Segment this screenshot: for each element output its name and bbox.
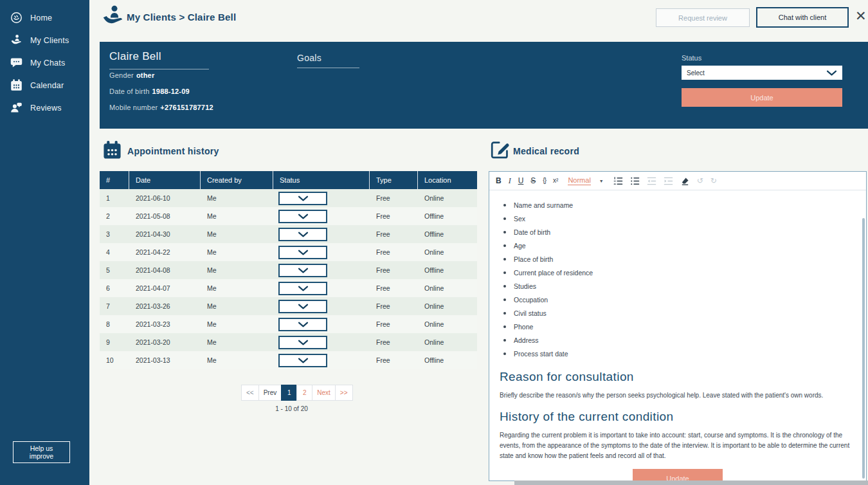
appointment-status-select[interactable] <box>278 264 327 277</box>
row-date: 2021-04-30 <box>129 230 201 238</box>
pagination-last-button[interactable]: >> <box>335 385 353 401</box>
editor-content[interactable]: Name and surname Sex Date of birth Age P… <box>489 190 866 485</box>
row-date: 2021-03-23 <box>129 320 201 328</box>
undo-button[interactable]: ↺ <box>697 177 703 185</box>
status-select[interactable]: Select <box>682 66 842 80</box>
appointment-status-select[interactable] <box>278 228 327 241</box>
app-root: Home My Clients My Chats <box>0 0 868 485</box>
chat-with-client-button[interactable]: Chat with client <box>756 7 849 28</box>
appointment-status-select[interactable] <box>278 192 327 205</box>
home-icon <box>10 11 23 24</box>
row-location: Offline <box>418 230 477 238</box>
row-date: 2021-04-07 <box>129 284 201 292</box>
sidebar-item-my-chats[interactable]: My Chats <box>0 51 89 74</box>
row-number: 9 <box>100 338 129 346</box>
row-type: Free <box>370 230 418 238</box>
appointment-history-title: Appointment history <box>127 146 219 156</box>
row-number: 4 <box>100 248 129 256</box>
medical-bullet-item: Studies <box>500 280 856 293</box>
superscript-button[interactable]: x² <box>553 178 558 184</box>
table-row: 2 2021-05-08 Me Free Offline <box>100 207 477 225</box>
row-created-by: Me <box>201 266 273 274</box>
appointment-status-select[interactable] <box>278 354 327 367</box>
tab-goals[interactable]: Goals <box>297 53 359 68</box>
pagination-next-button[interactable]: Next <box>312 385 336 401</box>
appointment-status-select[interactable] <box>278 246 327 259</box>
ordered-list-button[interactable] <box>613 176 623 186</box>
row-number: 2 <box>100 212 129 220</box>
sidebar-item-home[interactable]: Home <box>0 6 89 29</box>
pagination-prev-button[interactable]: Prev <box>258 385 282 401</box>
row-type: Free <box>370 266 418 274</box>
chevron-down-icon <box>298 250 309 255</box>
appointment-table-header: # Date Created by Status Type Location <box>100 171 477 189</box>
row-type: Free <box>370 320 418 328</box>
code-button[interactable]: {} <box>543 178 546 184</box>
pagination-page-1[interactable]: 1 <box>281 385 297 401</box>
indent-button[interactable] <box>664 176 673 186</box>
row-created-by: Me <box>201 194 273 202</box>
row-type: Free <box>370 338 418 346</box>
row-date: 2021-03-20 <box>129 338 201 346</box>
chevron-down-icon <box>298 358 309 363</box>
medical-bullet-item: Occupation <box>500 293 856 307</box>
underline-button[interactable]: U <box>518 177 524 185</box>
row-date: 2021-05-08 <box>129 212 201 220</box>
strikethrough-button[interactable]: S <box>530 177 536 185</box>
appointment-status-select[interactable] <box>278 210 327 223</box>
format-dropdown[interactable]: Normal ▼ <box>568 176 603 185</box>
appointment-status-select[interactable] <box>278 318 327 331</box>
appointment-status-select[interactable] <box>278 300 327 313</box>
redo-button[interactable]: ↻ <box>710 177 717 185</box>
bold-button[interactable]: B <box>496 177 502 185</box>
date-of-birth-field: Date of birth1988-12-09 <box>109 87 190 95</box>
request-review-button[interactable]: Request review <box>656 8 750 27</box>
client-breadcrumb-icon <box>100 3 126 32</box>
table-row: 6 2021-04-07 Me Free Online <box>100 279 477 297</box>
row-location: Offline <box>418 266 477 274</box>
sidebar-item-calendar[interactable]: Calendar <box>0 74 89 96</box>
chevron-down-icon <box>298 304 309 309</box>
sidebar-item-label: My Clients <box>30 36 69 45</box>
horizontal-scrollbar[interactable] <box>514 480 868 485</box>
row-number: 5 <box>100 266 129 274</box>
bullet-list-button[interactable] <box>630 176 640 186</box>
status-update-button[interactable]: Update <box>682 88 842 107</box>
chevron-down-icon <box>826 70 837 76</box>
sidebar-item-my-clients[interactable]: My Clients <box>0 29 89 51</box>
table-row: 9 2021-03-20 Me Free Online <box>100 333 477 351</box>
appointment-status-select[interactable] <box>278 336 327 349</box>
chevron-down-icon <box>298 214 309 219</box>
tab-client-name[interactable]: Claire Bell <box>109 50 209 69</box>
row-number: 8 <box>100 320 129 328</box>
table-row: 8 2021-03-23 Me Free Online <box>100 315 477 333</box>
editor-vertical-scrollbar[interactable] <box>862 218 865 479</box>
row-date: 2021-04-22 <box>129 248 201 256</box>
table-row: 5 2021-04-08 Me Free Offline <box>100 261 477 279</box>
sidebar-item-reviews[interactable]: Reviews <box>0 96 89 119</box>
row-type: Free <box>370 356 418 364</box>
clients-icon <box>10 33 23 47</box>
row-type: Free <box>370 302 418 310</box>
appointment-status-select[interactable] <box>278 282 327 295</box>
italic-button[interactable]: I <box>509 177 511 185</box>
close-icon[interactable]: ✕ <box>855 9 867 23</box>
row-number: 7 <box>100 302 129 310</box>
medical-record-title: Medical record <box>513 146 579 156</box>
row-created-by: Me <box>201 248 273 256</box>
pagination-page-2[interactable]: 2 <box>296 385 312 401</box>
medical-bullet-item: Process start date <box>500 347 856 361</box>
help-us-improve-button[interactable]: Help us improve <box>13 441 70 463</box>
chevron-down-icon <box>298 286 309 291</box>
breadcrumb[interactable]: My Clients > Claire Bell <box>127 12 236 23</box>
row-date: 2021-03-26 <box>129 302 201 310</box>
pagination: << Prev 1 2 Next >> <box>242 385 353 401</box>
pagination-first-button[interactable]: << <box>241 385 259 401</box>
status-label: Status <box>682 54 701 62</box>
medical-bullet-item: Sex <box>500 212 856 226</box>
chevron-down-icon <box>298 322 309 327</box>
outdent-button[interactable] <box>647 176 656 186</box>
chevron-down-icon <box>298 196 309 201</box>
table-row: 4 2021-04-22 Me Free Online <box>100 243 477 261</box>
clean-format-button[interactable] <box>680 176 690 186</box>
